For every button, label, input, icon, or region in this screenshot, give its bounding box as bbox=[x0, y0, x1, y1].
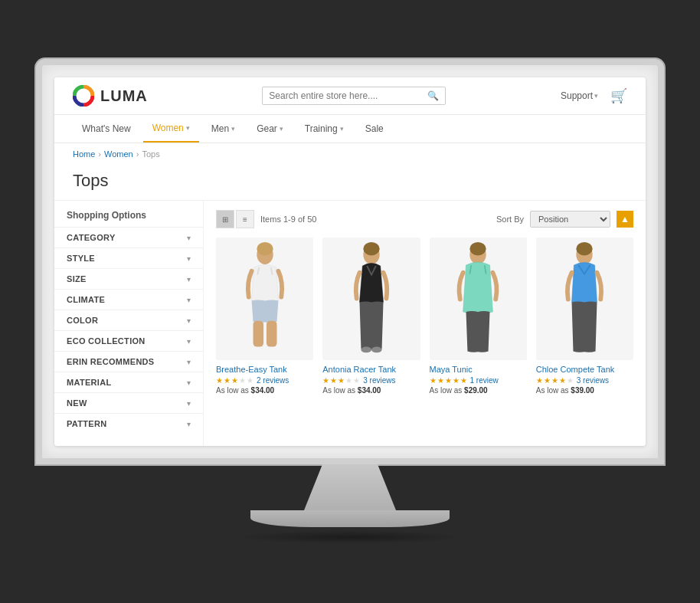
product-name[interactable]: Chloe Compete Tank bbox=[536, 365, 633, 374]
breadcrumb-women[interactable]: Women bbox=[104, 149, 133, 159]
filter-new[interactable]: NEW ▾ bbox=[54, 392, 203, 413]
monitor-body: LUMA 🔍 Support ▾ 🛒 What's New bbox=[54, 77, 646, 446]
product-area: ⊞ ≡ Items 1-9 of 50 Sort By Position Pro… bbox=[204, 201, 646, 446]
filter-style[interactable]: STYLE ▾ bbox=[54, 247, 203, 268]
star: ★ bbox=[544, 376, 551, 385]
review-count[interactable]: 2 reviews bbox=[257, 376, 289, 385]
chevron-down-icon: ▾ bbox=[231, 125, 235, 133]
star: ★ bbox=[239, 376, 246, 385]
product-figure-svg bbox=[447, 241, 509, 360]
product-price: As low as $29.00 bbox=[430, 386, 527, 395]
review-count[interactable]: 1 review bbox=[470, 376, 499, 385]
svg-point-11 bbox=[371, 347, 382, 353]
nav-item-training[interactable]: Training ▾ bbox=[296, 116, 353, 142]
chevron-down-icon: ▾ bbox=[187, 358, 191, 366]
product-rating: ★ ★ ★ ★ ★ 3 reviews bbox=[536, 376, 633, 385]
product-price: As low as $34.00 bbox=[216, 386, 313, 395]
view-toggle: ⊞ ≡ bbox=[216, 210, 254, 228]
cart-icon[interactable]: 🛒 bbox=[610, 87, 627, 104]
filter-pattern[interactable]: PATTERN ▾ bbox=[54, 413, 203, 434]
review-count[interactable]: 3 reviews bbox=[363, 376, 395, 385]
product-figure-svg bbox=[234, 241, 296, 360]
star: ★ bbox=[559, 376, 566, 385]
search-icon-button[interactable]: 🔍 bbox=[427, 90, 439, 101]
search-input[interactable] bbox=[269, 90, 427, 101]
product-name[interactable]: Antonia Racer Tank bbox=[322, 365, 420, 374]
chevron-down-icon: ▾ bbox=[187, 296, 191, 304]
chevron-down-icon: ▾ bbox=[187, 234, 191, 242]
svg-rect-6 bbox=[253, 321, 263, 347]
product-image bbox=[430, 238, 527, 360]
stars: ★ ★ ★ ★ ★ bbox=[216, 376, 254, 385]
chevron-down-icon: ▾ bbox=[187, 379, 191, 387]
nav-item-men[interactable]: Men ▾ bbox=[202, 116, 244, 142]
toolbar-left: ⊞ ≡ Items 1-9 of 50 bbox=[216, 210, 316, 228]
filter-erin-recommends[interactable]: ERIN RECOMMENDS ▾ bbox=[54, 351, 203, 372]
sort-direction-button[interactable]: ▲ bbox=[617, 211, 633, 228]
product-card[interactable]: Chloe Compete Tank ★ ★ ★ ★ ★ 3 reviews bbox=[536, 238, 633, 395]
breadcrumb-separator: › bbox=[136, 149, 139, 159]
star: ★ bbox=[437, 376, 444, 385]
chevron-down-icon: ▾ bbox=[187, 275, 191, 283]
chevron-down-icon: ▾ bbox=[594, 92, 598, 100]
product-image bbox=[216, 238, 313, 360]
logo-text: LUMA bbox=[100, 87, 148, 105]
monitor-screen: LUMA 🔍 Support ▾ 🛒 What's New bbox=[36, 59, 664, 464]
chevron-down-icon: ▾ bbox=[187, 420, 191, 428]
star: ★ bbox=[322, 376, 329, 385]
product-name[interactable]: Maya Tunic bbox=[430, 365, 527, 374]
filter-category[interactable]: CATEGORY ▾ bbox=[54, 227, 203, 247]
review-count[interactable]: 3 reviews bbox=[577, 376, 609, 385]
star: ★ bbox=[353, 376, 360, 385]
star: ★ bbox=[330, 376, 337, 385]
breadcrumb-home[interactable]: Home bbox=[73, 149, 95, 159]
breadcrumb: Home › Women › Tops bbox=[54, 143, 646, 165]
monitor-wrapper: LUMA 🔍 Support ▾ 🛒 What's New bbox=[36, 59, 664, 544]
product-rating: ★ ★ ★ ★ ★ 3 reviews bbox=[322, 376, 420, 385]
monitor-stand-neck bbox=[304, 464, 396, 510]
page-title-area: Tops bbox=[54, 165, 646, 201]
breadcrumb-current: Tops bbox=[142, 149, 159, 159]
product-price: As low as $39.00 bbox=[536, 386, 633, 395]
items-count: Items 1-9 of 50 bbox=[260, 215, 316, 224]
svg-point-3 bbox=[257, 242, 273, 255]
stars: ★ ★ ★ ★ ★ bbox=[430, 376, 467, 385]
svg-point-1 bbox=[78, 90, 89, 101]
svg-point-10 bbox=[361, 347, 371, 353]
product-card[interactable]: Maya Tunic ★ ★ ★ ★ ★ 1 review bbox=[430, 238, 527, 395]
luma-logo-icon bbox=[73, 85, 94, 107]
search-bar: 🔍 bbox=[262, 87, 446, 105]
star: ★ bbox=[453, 376, 460, 385]
support-link[interactable]: Support ▾ bbox=[561, 90, 598, 101]
product-image bbox=[536, 238, 633, 360]
svg-point-17 bbox=[577, 242, 593, 255]
star: ★ bbox=[445, 376, 452, 385]
toolbar-right: Sort By Position Product Name Price ▲ bbox=[496, 211, 633, 228]
star: ★ bbox=[460, 376, 467, 385]
chevron-down-icon: ▾ bbox=[280, 125, 283, 133]
filter-material[interactable]: MATERIAL ▾ bbox=[54, 372, 203, 392]
product-rating: ★ ★ ★ ★ ★ 2 reviews bbox=[216, 376, 313, 385]
sidebar-title: Shopping Options bbox=[54, 210, 203, 227]
product-rating: ★ ★ ★ ★ ★ 1 review bbox=[430, 376, 527, 385]
product-card[interactable]: Antonia Racer Tank ★ ★ ★ ★ ★ 3 reviews bbox=[322, 238, 420, 395]
grid-view-button[interactable]: ⊞ bbox=[216, 210, 234, 228]
star: ★ bbox=[345, 376, 352, 385]
logo-area: LUMA bbox=[73, 85, 148, 107]
list-view-button[interactable]: ≡ bbox=[236, 210, 254, 228]
filter-size[interactable]: SIZE ▾ bbox=[54, 268, 203, 289]
nav-item-whats-new[interactable]: What's New bbox=[73, 116, 140, 142]
sort-select[interactable]: Position Product Name Price bbox=[530, 211, 610, 228]
filter-climate[interactable]: CLIMATE ▾ bbox=[54, 289, 203, 310]
chevron-down-icon: ▾ bbox=[340, 125, 344, 133]
product-name[interactable]: Breathe-Easy Tank bbox=[216, 365, 313, 374]
product-card[interactable]: Breathe-Easy Tank ★ ★ ★ ★ ★ 2 reviews bbox=[216, 238, 313, 395]
nav-item-sale[interactable]: Sale bbox=[356, 116, 393, 142]
product-figure-svg bbox=[554, 241, 615, 360]
nav-item-gear[interactable]: Gear ▾ bbox=[247, 116, 293, 142]
nav-item-women[interactable]: Women ▾ bbox=[143, 115, 199, 143]
products-grid: Breathe-Easy Tank ★ ★ ★ ★ ★ 2 reviews bbox=[216, 238, 633, 395]
filter-eco-collection[interactable]: ECO COLLECTION ▾ bbox=[54, 330, 203, 351]
filter-color[interactable]: COLOR ▾ bbox=[54, 310, 203, 330]
svg-point-13 bbox=[469, 242, 486, 255]
